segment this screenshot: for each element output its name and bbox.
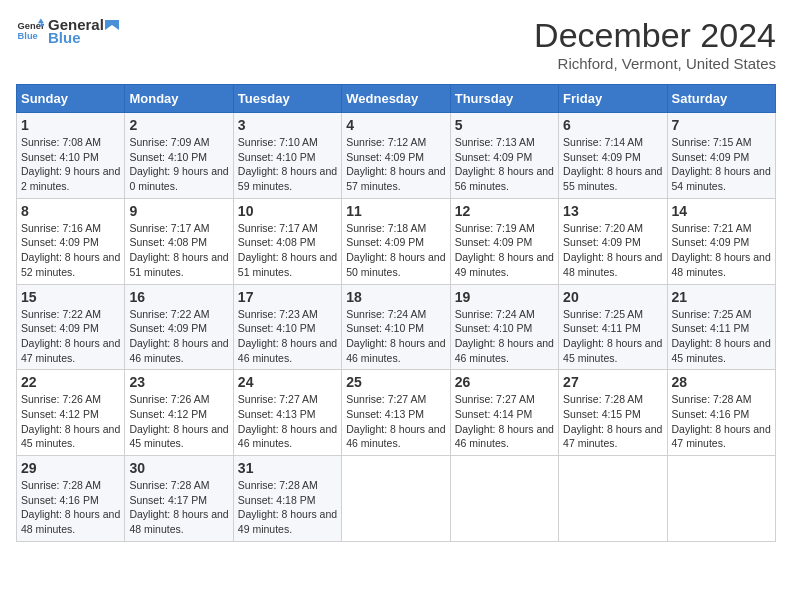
logo: General Blue General Blue — [16, 16, 120, 46]
day-info: Sunrise: 7:17 AM Sunset: 4:08 PM Dayligh… — [238, 221, 337, 280]
day-cell: 20 Sunrise: 7:25 AM Sunset: 4:11 PM Dayl… — [559, 284, 667, 370]
day-number: 20 — [563, 289, 662, 305]
day-info: Sunrise: 7:18 AM Sunset: 4:09 PM Dayligh… — [346, 221, 445, 280]
header-cell-monday: Monday — [125, 85, 233, 113]
logo-arrow-icon — [105, 18, 119, 32]
day-info: Sunrise: 7:17 AM Sunset: 4:08 PM Dayligh… — [129, 221, 228, 280]
day-cell: 17 Sunrise: 7:23 AM Sunset: 4:10 PM Dayl… — [233, 284, 341, 370]
day-cell: 27 Sunrise: 7:28 AM Sunset: 4:15 PM Dayl… — [559, 370, 667, 456]
day-info: Sunrise: 7:26 AM Sunset: 4:12 PM Dayligh… — [129, 392, 228, 451]
day-cell: 24 Sunrise: 7:27 AM Sunset: 4:13 PM Dayl… — [233, 370, 341, 456]
day-info: Sunrise: 7:28 AM Sunset: 4:17 PM Dayligh… — [129, 478, 228, 537]
day-number: 2 — [129, 117, 228, 133]
day-number: 7 — [672, 117, 771, 133]
day-cell — [342, 456, 450, 542]
day-number: 5 — [455, 117, 554, 133]
day-number: 18 — [346, 289, 445, 305]
day-cell: 6 Sunrise: 7:14 AM Sunset: 4:09 PM Dayli… — [559, 113, 667, 199]
day-number: 28 — [672, 374, 771, 390]
day-cell: 29 Sunrise: 7:28 AM Sunset: 4:16 PM Dayl… — [17, 456, 125, 542]
day-cell: 14 Sunrise: 7:21 AM Sunset: 4:09 PM Dayl… — [667, 198, 775, 284]
day-info: Sunrise: 7:19 AM Sunset: 4:09 PM Dayligh… — [455, 221, 554, 280]
day-cell: 30 Sunrise: 7:28 AM Sunset: 4:17 PM Dayl… — [125, 456, 233, 542]
day-number: 22 — [21, 374, 120, 390]
week-row-2: 8 Sunrise: 7:16 AM Sunset: 4:09 PM Dayli… — [17, 198, 776, 284]
logo-icon: General Blue — [16, 17, 44, 45]
day-cell: 31 Sunrise: 7:28 AM Sunset: 4:18 PM Dayl… — [233, 456, 341, 542]
day-cell: 12 Sunrise: 7:19 AM Sunset: 4:09 PM Dayl… — [450, 198, 558, 284]
day-info: Sunrise: 7:10 AM Sunset: 4:10 PM Dayligh… — [238, 135, 337, 194]
day-number: 17 — [238, 289, 337, 305]
week-row-3: 15 Sunrise: 7:22 AM Sunset: 4:09 PM Dayl… — [17, 284, 776, 370]
day-info: Sunrise: 7:13 AM Sunset: 4:09 PM Dayligh… — [455, 135, 554, 194]
day-info: Sunrise: 7:21 AM Sunset: 4:09 PM Dayligh… — [672, 221, 771, 280]
day-info: Sunrise: 7:24 AM Sunset: 4:10 PM Dayligh… — [346, 307, 445, 366]
day-number: 3 — [238, 117, 337, 133]
day-number: 25 — [346, 374, 445, 390]
day-number: 29 — [21, 460, 120, 476]
day-cell: 5 Sunrise: 7:13 AM Sunset: 4:09 PM Dayli… — [450, 113, 558, 199]
day-number: 27 — [563, 374, 662, 390]
day-number: 9 — [129, 203, 228, 219]
day-info: Sunrise: 7:08 AM Sunset: 4:10 PM Dayligh… — [21, 135, 120, 194]
week-row-5: 29 Sunrise: 7:28 AM Sunset: 4:16 PM Dayl… — [17, 456, 776, 542]
day-info: Sunrise: 7:24 AM Sunset: 4:10 PM Dayligh… — [455, 307, 554, 366]
day-number: 12 — [455, 203, 554, 219]
day-info: Sunrise: 7:28 AM Sunset: 4:16 PM Dayligh… — [21, 478, 120, 537]
day-number: 15 — [21, 289, 120, 305]
day-info: Sunrise: 7:23 AM Sunset: 4:10 PM Dayligh… — [238, 307, 337, 366]
day-cell — [450, 456, 558, 542]
main-title: December 2024 — [534, 16, 776, 55]
day-cell: 10 Sunrise: 7:17 AM Sunset: 4:08 PM Dayl… — [233, 198, 341, 284]
day-cell: 11 Sunrise: 7:18 AM Sunset: 4:09 PM Dayl… — [342, 198, 450, 284]
day-info: Sunrise: 7:28 AM Sunset: 4:15 PM Dayligh… — [563, 392, 662, 451]
day-number: 1 — [21, 117, 120, 133]
day-number: 10 — [238, 203, 337, 219]
day-info: Sunrise: 7:28 AM Sunset: 4:16 PM Dayligh… — [672, 392, 771, 451]
day-cell: 16 Sunrise: 7:22 AM Sunset: 4:09 PM Dayl… — [125, 284, 233, 370]
day-info: Sunrise: 7:09 AM Sunset: 4:10 PM Dayligh… — [129, 135, 228, 194]
day-cell: 18 Sunrise: 7:24 AM Sunset: 4:10 PM Dayl… — [342, 284, 450, 370]
day-number: 6 — [563, 117, 662, 133]
day-cell: 2 Sunrise: 7:09 AM Sunset: 4:10 PM Dayli… — [125, 113, 233, 199]
header-cell-friday: Friday — [559, 85, 667, 113]
day-number: 21 — [672, 289, 771, 305]
day-info: Sunrise: 7:20 AM Sunset: 4:09 PM Dayligh… — [563, 221, 662, 280]
week-row-1: 1 Sunrise: 7:08 AM Sunset: 4:10 PM Dayli… — [17, 113, 776, 199]
day-cell: 23 Sunrise: 7:26 AM Sunset: 4:12 PM Dayl… — [125, 370, 233, 456]
day-cell: 4 Sunrise: 7:12 AM Sunset: 4:09 PM Dayli… — [342, 113, 450, 199]
day-number: 31 — [238, 460, 337, 476]
day-info: Sunrise: 7:27 AM Sunset: 4:14 PM Dayligh… — [455, 392, 554, 451]
day-cell: 26 Sunrise: 7:27 AM Sunset: 4:14 PM Dayl… — [450, 370, 558, 456]
day-number: 13 — [563, 203, 662, 219]
day-info: Sunrise: 7:22 AM Sunset: 4:09 PM Dayligh… — [129, 307, 228, 366]
day-info: Sunrise: 7:25 AM Sunset: 4:11 PM Dayligh… — [672, 307, 771, 366]
day-info: Sunrise: 7:27 AM Sunset: 4:13 PM Dayligh… — [238, 392, 337, 451]
day-cell: 22 Sunrise: 7:26 AM Sunset: 4:12 PM Dayl… — [17, 370, 125, 456]
day-cell: 8 Sunrise: 7:16 AM Sunset: 4:09 PM Dayli… — [17, 198, 125, 284]
title-area: December 2024 Richford, Vermont, United … — [534, 16, 776, 72]
day-cell: 13 Sunrise: 7:20 AM Sunset: 4:09 PM Dayl… — [559, 198, 667, 284]
day-info: Sunrise: 7:25 AM Sunset: 4:11 PM Dayligh… — [563, 307, 662, 366]
day-number: 23 — [129, 374, 228, 390]
day-info: Sunrise: 7:27 AM Sunset: 4:13 PM Dayligh… — [346, 392, 445, 451]
day-info: Sunrise: 7:15 AM Sunset: 4:09 PM Dayligh… — [672, 135, 771, 194]
header-cell-saturday: Saturday — [667, 85, 775, 113]
day-number: 24 — [238, 374, 337, 390]
day-number: 11 — [346, 203, 445, 219]
day-cell: 3 Sunrise: 7:10 AM Sunset: 4:10 PM Dayli… — [233, 113, 341, 199]
day-cell — [559, 456, 667, 542]
day-cell: 9 Sunrise: 7:17 AM Sunset: 4:08 PM Dayli… — [125, 198, 233, 284]
day-cell — [667, 456, 775, 542]
day-info: Sunrise: 7:12 AM Sunset: 4:09 PM Dayligh… — [346, 135, 445, 194]
day-info: Sunrise: 7:22 AM Sunset: 4:09 PM Dayligh… — [21, 307, 120, 366]
header-cell-sunday: Sunday — [17, 85, 125, 113]
day-info: Sunrise: 7:16 AM Sunset: 4:09 PM Dayligh… — [21, 221, 120, 280]
header-cell-thursday: Thursday — [450, 85, 558, 113]
day-number: 8 — [21, 203, 120, 219]
day-number: 30 — [129, 460, 228, 476]
day-cell: 15 Sunrise: 7:22 AM Sunset: 4:09 PM Dayl… — [17, 284, 125, 370]
day-cell: 28 Sunrise: 7:28 AM Sunset: 4:16 PM Dayl… — [667, 370, 775, 456]
day-cell: 7 Sunrise: 7:15 AM Sunset: 4:09 PM Dayli… — [667, 113, 775, 199]
header-row: SundayMondayTuesdayWednesdayThursdayFrid… — [17, 85, 776, 113]
